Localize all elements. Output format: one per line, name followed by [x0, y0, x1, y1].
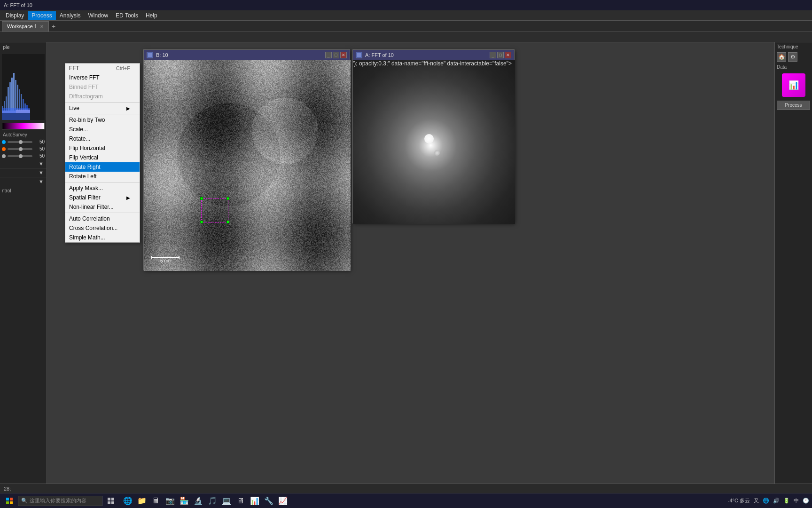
task-view-btn[interactable] [104, 494, 117, 508]
slider-thumb-1[interactable] [19, 140, 23, 144]
win-maximize-fft[interactable]: □ [497, 52, 504, 58]
svg-rect-7 [15, 80, 16, 111]
app-title: A: FFT of 10 [4, 2, 32, 8]
menu-entry-cross-corr[interactable]: Cross Correlation... [65, 223, 140, 233]
scale-line [151, 257, 180, 258]
taskbar-app-edge[interactable]: 🌐 [121, 494, 134, 508]
menu-label-auto-corr: Auto Correlation [69, 215, 110, 222]
menu-bar: Display Process Analysis Window ED Tools… [0, 10, 812, 21]
main-layout: ple [0, 42, 812, 489]
taskbar-app-extra1[interactable]: 🔧 [262, 494, 275, 508]
taskbar-app-monitor[interactable]: 🖥 [234, 494, 247, 508]
svg-rect-39 [111, 501, 114, 504]
taskbar-app-desktop[interactable]: 💻 [220, 494, 233, 508]
taskbar-apps: 🌐 📁 🖩 📷 🏪 🔬 🎵 💻 🖥 📊 🔧 📈 [121, 494, 289, 508]
scale-label: 5 nm [160, 258, 171, 263]
slider-thumb-2[interactable] [19, 147, 23, 151]
menu-entry-rotate-right[interactable]: Rotate Right [65, 162, 140, 172]
taskbar-app-excel[interactable]: 📊 [248, 494, 261, 508]
left-sidebar: ple [0, 42, 47, 489]
win-controls-b10: _ □ ✕ [325, 52, 347, 58]
taskbar-app-dm[interactable]: 🔬 [192, 494, 205, 508]
gradient-bar [2, 123, 45, 129]
start-button[interactable] [3, 494, 16, 508]
histogram-area [2, 54, 45, 120]
slider-track-2[interactable] [8, 148, 32, 150]
add-tab-button[interactable]: + [49, 22, 58, 31]
right-panel-home-btn[interactable]: 🏠 [777, 52, 786, 62]
svg-rect-5 [11, 78, 13, 111]
menu-entry-simple-math[interactable]: Simple Math... [65, 233, 140, 242]
tab-bar: Workspace 1 ✕ + [0, 21, 812, 32]
taskbar-app-explorer[interactable]: 📁 [135, 494, 148, 508]
menu-process[interactable]: Process [28, 11, 55, 20]
menu-label-diffractogram: Diffractogram [69, 93, 103, 100]
tray-time: 又 [754, 497, 759, 504]
window-fft-titlebar[interactable]: A: FFT of 10 _ □ ✕ [353, 50, 514, 60]
tab-close-btn[interactable]: ✕ [40, 24, 44, 29]
dropdown-section-2[interactable]: ▼ [0, 168, 47, 177]
search-placeholder: 这里输入你要搜索的内容 [30, 497, 86, 504]
dropdown-section-3[interactable]: ▼ [0, 177, 47, 186]
menu-label-binned-fft: Binned FFT [69, 84, 99, 90]
taskbar-app-photos[interactable]: 📷 [164, 494, 177, 508]
menu-entry-flip-v[interactable]: Flip Vertical [65, 153, 140, 162]
menu-entry-rotate[interactable]: Rotate... [65, 134, 140, 143]
menu-label-apply-mask: Apply Mask... [69, 185, 103, 191]
menu-entry-auto-corr[interactable]: Auto Correlation [65, 214, 140, 223]
menu-ed-tools[interactable]: ED Tools [112, 11, 142, 20]
taskbar-app-calc[interactable]: 🖩 [149, 494, 163, 508]
taskbar-app-store[interactable]: 🏪 [178, 494, 191, 508]
dropdown-arrow-1: ▼ [39, 161, 44, 167]
process-button[interactable]: Process [777, 101, 810, 110]
menu-help[interactable]: Help [142, 11, 161, 20]
menu-window[interactable]: Window [84, 11, 112, 20]
menu-entry-rotate-left[interactable]: Rotate Left [65, 172, 140, 181]
menu-entry-nonlinear[interactable]: Non-linear Filter... [65, 202, 140, 212]
tab-workspace1[interactable]: Workspace 1 ✕ [2, 21, 49, 32]
slider-thumb-3[interactable] [19, 154, 23, 158]
taskbar-search[interactable]: 🔍 这里输入你要搜索的内容 [18, 496, 102, 506]
win-minimize-fft[interactable]: _ [490, 52, 496, 58]
win-maximize-b10[interactable]: □ [333, 52, 339, 58]
title-bar: A: FFT of 10 [0, 0, 812, 10]
menu-label-fft: FFT [69, 65, 79, 71]
svg-rect-8 [17, 85, 18, 111]
win-minimize-b10[interactable]: _ [325, 52, 332, 58]
win-close-b10[interactable]: ✕ [340, 52, 347, 58]
ctrl-label: ntrol [0, 186, 47, 194]
right-panel-settings-btn[interactable]: ⚙ [788, 52, 797, 62]
svg-rect-35 [10, 501, 13, 504]
menu-sep-3 [65, 182, 140, 183]
taskbar-app-music[interactable]: 🎵 [206, 494, 219, 508]
menu-entry-scale[interactable]: Scale... [65, 125, 140, 134]
menu-entry-fft[interactable]: FFT Ctrl+F [65, 64, 140, 73]
tray-battery-icon: 🔋 [783, 498, 790, 504]
toolbar-extra [0, 32, 812, 42]
menu-label-rotate: Rotate... [69, 135, 90, 142]
menu-entry-flip-h[interactable]: Flip Horizontal [65, 143, 140, 153]
menu-analysis[interactable]: Analysis [56, 11, 85, 20]
menu-entry-live[interactable]: Live ▶ [65, 103, 140, 113]
tray-lang: 中 [794, 497, 799, 504]
tray-sound-icon: 🔊 [773, 498, 780, 504]
window-b10-titlebar[interactable]: B: 10 _ □ ✕ [144, 50, 350, 60]
status-bar: 28; [0, 484, 812, 493]
tray-network-icon: 🌐 [763, 498, 769, 504]
win-close-fft[interactable]: ✕ [505, 52, 511, 58]
slider-track-1[interactable] [8, 141, 32, 143]
taskbar-app-extra2[interactable]: 📈 [276, 494, 289, 508]
slider-value-3: 50 [34, 153, 45, 159]
window-fft-body: '); opacity:0.3;" data-name="fft-noise" … [353, 60, 515, 224]
dropdown-arrow-3: ▼ [39, 179, 44, 184]
menu-display[interactable]: Display [2, 11, 28, 20]
menu-entry-rebin[interactable]: Re-bin by Two [65, 115, 140, 125]
menu-entry-spatial-filter[interactable]: Spatial Filter ▶ [65, 193, 140, 202]
menu-entry-apply-mask[interactable]: Apply Mask... [65, 183, 140, 193]
svg-rect-33 [10, 498, 13, 500]
slider-dot-3 [2, 154, 6, 158]
slider-track-3[interactable] [8, 155, 32, 157]
menu-label-spatial-filter: Spatial Filter [69, 194, 101, 201]
dropdown-section-1[interactable]: ▼ [0, 159, 47, 168]
menu-entry-inverse-fft[interactable]: Inverse FFT [65, 73, 140, 82]
